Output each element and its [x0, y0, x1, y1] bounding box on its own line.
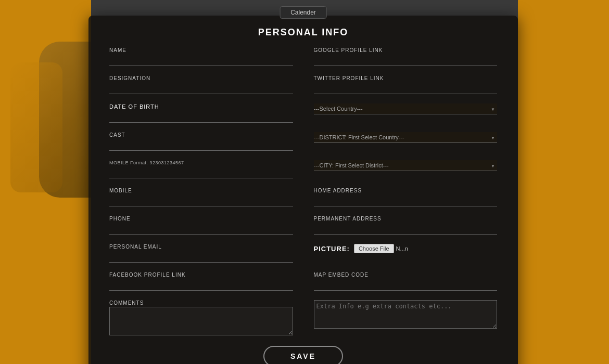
phone-input[interactable] — [109, 223, 293, 235]
form-row-3: Date of Birth ---Select Country--- — [109, 103, 497, 123]
district-select[interactable]: ---DISTRICT: First Select Country--- — [314, 132, 498, 143]
personal-email-label: PERSONAL EMAIL — [109, 244, 293, 250]
extra-info-textarea[interactable] — [314, 300, 498, 329]
picture-label: PICTURE: — [314, 245, 350, 253]
designation-group: DESIGNATION — [109, 75, 293, 94]
city-select[interactable]: ---CITY: First Select District--- — [314, 160, 498, 171]
personal-email-input[interactable] — [109, 251, 293, 263]
form-row-8: PERSONAL EMAIL PICTURE: Choose File N...… — [109, 244, 497, 263]
city-group: ---CITY: First Select District--- — [314, 160, 498, 178]
mobile-format-group: MOBILE Format: 923031234567 — [109, 160, 293, 178]
permanent-address-input[interactable] — [314, 223, 498, 235]
facebook-input[interactable] — [109, 279, 293, 291]
google-group: GOOGLE PROFILE LINK — [314, 47, 498, 66]
picture-row: PICTURE: Choose File N...n — [314, 244, 498, 253]
save-btn-wrapper: SAVE — [88, 346, 518, 364]
permanent-address-group: PERMANENT ADDRESS — [314, 216, 498, 235]
country-select[interactable]: ---Select Country--- — [314, 103, 498, 114]
extra-info-group — [314, 300, 498, 335]
phone-group: PHONE — [109, 216, 293, 235]
permanent-address-label: PERMANENT ADDRESS — [314, 216, 498, 222]
country-group: ---Select Country--- — [314, 103, 498, 123]
name-input[interactable] — [109, 54, 293, 66]
dob-input[interactable] — [109, 111, 293, 123]
city-select-wrapper: ---CITY: First Select District--- — [314, 160, 498, 171]
form-row-2: DESIGNATION TWITTER PROFILE LINK — [109, 75, 497, 94]
personal-email-group: PERSONAL EMAIL — [109, 244, 293, 263]
map-label: Map Embed Code — [314, 272, 498, 278]
form-body: NAME GOOGLE PROFILE LINK DESIGNATION TWI… — [88, 47, 518, 335]
cast-group: CAST — [109, 132, 293, 151]
twitter-group: TWITTER PROFILE LINK — [314, 75, 498, 94]
facebook-label: FACEBOOK PROFILE LINK — [109, 272, 293, 278]
google-label: GOOGLE PROFILE LINK — [314, 47, 498, 53]
map-group: Map Embed Code — [314, 272, 498, 291]
main-card: Calender PERSONAL INFO NAME GOOGLE PROFI… — [88, 16, 518, 364]
form-row-5: MOBILE Format: 923031234567 ---CITY: Fir… — [109, 160, 497, 178]
name-label: NAME — [109, 47, 293, 53]
file-input-wrapper: Choose File N...n — [354, 244, 408, 253]
bg-right — [518, 0, 609, 364]
twitter-label: TWITTER PROFILE LINK — [314, 75, 498, 81]
choose-file-button[interactable]: Choose File — [354, 244, 394, 253]
facebook-group: FACEBOOK PROFILE LINK — [109, 272, 293, 291]
comments-label: COMMENTS — [109, 300, 293, 306]
home-address-label: HOME ADDRESS — [314, 188, 498, 193]
district-select-wrapper: ---DISTRICT: First Select Country--- — [314, 132, 498, 143]
mobile-label: MOBILE — [109, 188, 293, 193]
form-row-9: FACEBOOK PROFILE LINK Map Embed Code — [109, 272, 497, 291]
map-input[interactable] — [314, 279, 498, 291]
name-group: NAME — [109, 47, 293, 66]
designation-label: DESIGNATION — [109, 75, 293, 81]
no-file-text: N...n — [396, 245, 408, 252]
cast-label: CAST — [109, 132, 293, 138]
comments-textarea[interactable] — [109, 307, 293, 335]
form-row-10: COMMENTS — [109, 300, 497, 335]
twitter-input[interactable] — [314, 82, 498, 94]
country-select-wrapper: ---Select Country--- — [314, 103, 498, 114]
form-row-4: CAST ---DISTRICT: First Select Country--… — [109, 132, 497, 151]
mobile-group: MOBILE — [109, 188, 293, 206]
home-address-input[interactable] — [314, 194, 498, 206]
save-button[interactable]: SAVE — [263, 346, 343, 364]
designation-input[interactable] — [109, 82, 293, 94]
form-row-1: NAME GOOGLE PROFILE LINK — [109, 47, 497, 66]
page-title: PERSONAL INFO — [88, 16, 518, 47]
dob-label: Date of Birth — [109, 103, 293, 110]
home-address-group: HOME ADDRESS — [314, 188, 498, 206]
mobile-format-input[interactable] — [109, 166, 293, 178]
mobile-input[interactable] — [109, 194, 293, 206]
mobile-format-label: MOBILE Format: 923031234567 — [109, 160, 293, 165]
cast-input[interactable] — [109, 139, 293, 151]
phone-label: PHONE — [109, 216, 293, 222]
picture-group: PICTURE: Choose File N...n — [314, 244, 498, 263]
form-row-6: MOBILE HOME ADDRESS — [109, 188, 497, 206]
district-group: ---DISTRICT: First Select Country--- — [314, 132, 498, 151]
form-row-7: PHONE PERMANENT ADDRESS — [109, 216, 497, 235]
dob-group: Date of Birth — [109, 103, 293, 123]
comments-group: COMMENTS — [109, 300, 293, 335]
google-input[interactable] — [314, 54, 498, 66]
calender-tab[interactable]: Calender — [280, 6, 327, 19]
